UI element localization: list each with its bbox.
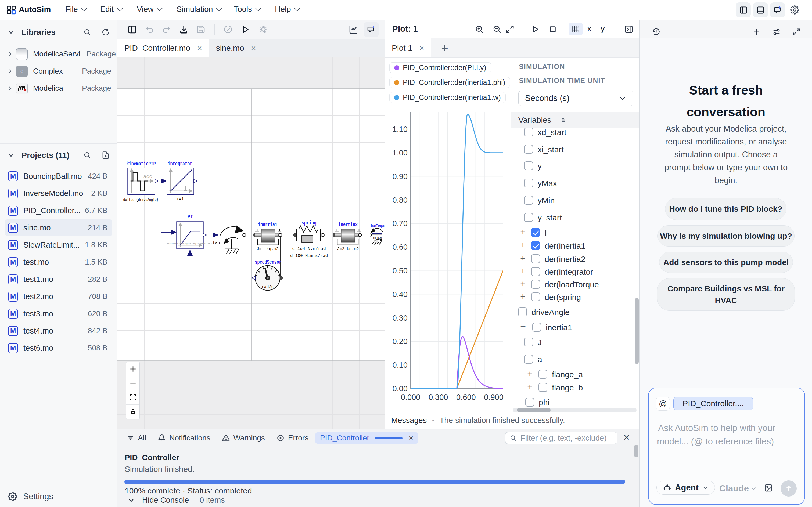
svg-text:0.50: 0.50 bbox=[393, 266, 408, 275]
svg-text:k=1: k=1 bbox=[176, 197, 184, 202]
svg-text:0.40: 0.40 bbox=[393, 290, 408, 299]
svg-text:rad/s: rad/s bbox=[262, 284, 273, 289]
svg-text:PI: PI bbox=[188, 214, 193, 220]
svg-text:0.80: 0.80 bbox=[393, 196, 408, 204]
svg-text:0.90: 0.90 bbox=[393, 172, 408, 181]
svg-text:1.00: 1.00 bbox=[393, 149, 408, 157]
svg-text:d=100 N.m.s/rad: d=100 N.m.s/rad bbox=[290, 253, 328, 258]
svg-text:inertia2: inertia2 bbox=[338, 222, 358, 228]
svg-text:0.70: 0.70 bbox=[393, 219, 408, 228]
svg-text:spring: spring bbox=[302, 220, 316, 226]
svg-text:J=1 kg.m2: J=1 kg.m2 bbox=[257, 247, 278, 251]
svg-text:0.900: 0.900 bbox=[484, 393, 504, 401]
svg-text:acc: acc bbox=[144, 174, 152, 180]
svg-text:0.20: 0.20 bbox=[393, 337, 408, 346]
svg-text:1.10: 1.10 bbox=[393, 125, 408, 133]
svg-text:0.30: 0.30 bbox=[393, 314, 408, 322]
svg-text:deltaq={driveAngle}: deltaq={driveAngle} bbox=[123, 198, 158, 202]
svg-text:0.10: 0.10 bbox=[393, 361, 408, 369]
svg-text:integrator: integrator bbox=[168, 161, 192, 167]
svg-text:0.300: 0.300 bbox=[428, 393, 448, 401]
svg-text:Modelica.Blocks.Types.SimpleCo: Modelica.Blocks.Types.SimpleController.P… bbox=[167, 243, 213, 245]
svg-text:I: I bbox=[183, 184, 188, 193]
svg-text:0.00: 0.00 bbox=[393, 384, 408, 393]
svg-text:0.600: 0.600 bbox=[456, 393, 476, 401]
svg-text:tau: tau bbox=[213, 240, 220, 245]
svg-text:J=2 kg.m2: J=2 kg.m2 bbox=[337, 247, 359, 251]
svg-text:kinematicPTP: kinematicPTP bbox=[126, 161, 156, 167]
svg-text:0.000: 0.000 bbox=[401, 393, 420, 401]
svg-text:inertia1: inertia1 bbox=[258, 222, 277, 228]
svg-text:loadTorque: loadTorque bbox=[371, 224, 385, 228]
svg-text:speedSensor: speedSensor bbox=[255, 259, 282, 265]
svg-text:0.60: 0.60 bbox=[393, 243, 408, 251]
svg-text:c=1e4 N.m/rad: c=1e4 N.m/rad bbox=[292, 246, 326, 251]
